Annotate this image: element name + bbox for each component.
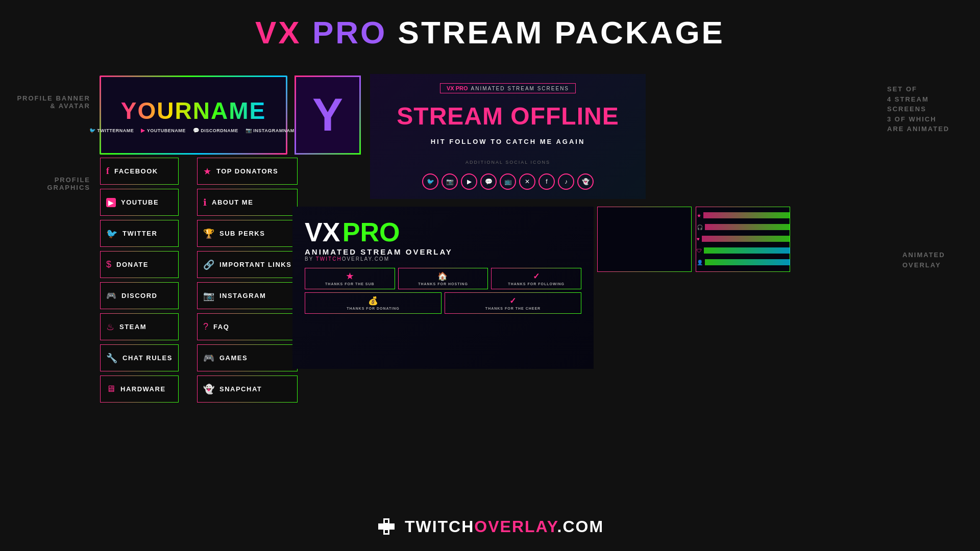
- thanks-following: ✓ THANKS FOR FOLLOWING: [491, 268, 581, 289]
- stat-line-2: [705, 224, 790, 230]
- heart-stat-icon: ♥: [697, 236, 700, 242]
- title-pro: PRO: [312, 15, 387, 50]
- check-icon: ✓: [495, 271, 578, 281]
- panel-twitter[interactable]: 🐦 TWITTER: [100, 219, 179, 247]
- panel-instagram[interactable]: 📷 INSTAGRAM: [197, 282, 298, 310]
- thanks-cheer: ✓ THANKS FOR THE CHEER: [445, 292, 581, 314]
- panel-snapchat[interactable]: 👻 SNAPCHAT: [197, 375, 298, 403]
- panel-label-sub-perks: SUB PERKS: [219, 230, 265, 237]
- banner-name: YOURNAME: [121, 97, 266, 124]
- stream-offline-title: STREAM OFFLINE: [370, 102, 646, 130]
- logo-svg: [376, 516, 397, 537]
- social-icon-snapchat: 👻: [577, 173, 594, 190]
- home-icon: 🏠: [402, 271, 485, 281]
- social-icon-facebook: f: [538, 173, 555, 190]
- banner-twitter: 🐦 TWITTERNAME: [89, 128, 134, 133]
- social-icon-youtube: ▶: [461, 173, 477, 190]
- panel-chat-rules[interactable]: 🔧 CHAT RULES: [100, 344, 179, 372]
- person-stat-icon: 👤: [697, 260, 703, 265]
- panel-label-top-donators: TOP DONATORS: [216, 167, 278, 175]
- thanks-grid-bottom: 💰 THANKS FOR DONATING ✓ THANKS FOR THE C…: [305, 292, 581, 314]
- stat-line-1: [703, 212, 790, 218]
- panel-faq[interactable]: ? FAQ: [197, 313, 298, 341]
- footer: TWITCHOVERLAY.COM: [0, 516, 980, 537]
- panel-about-me[interactable]: ℹ ABOUT ME: [197, 188, 298, 216]
- stat-bar-4: 🛡: [697, 246, 790, 255]
- instagram-icon: 📷: [246, 128, 252, 133]
- top-donators-icon: ★: [203, 166, 211, 177]
- panel-youtube[interactable]: ▶ YOUTUBE: [100, 188, 179, 216]
- social-icon-x: ✕: [519, 173, 535, 190]
- stream-badge: VX PRO ANIMATED STREAM SCREENS: [440, 83, 576, 93]
- star-icon: ★: [308, 271, 391, 281]
- panel-label-twitter: TWITTER: [122, 230, 157, 237]
- thanks-hosting: 🏠 THANKS FOR HOSTING: [398, 268, 488, 289]
- social-icons-label: ADDITIONAL SOCIAL ICONS: [370, 160, 646, 165]
- footer-domain: .COM: [557, 517, 604, 536]
- panels-right: ★ TOP DONATORS ℹ ABOUT ME 🏆 SUB PERKS 🔗 …: [197, 157, 298, 403]
- twitter-icon: 🐦: [106, 228, 117, 239]
- stat-line-4: [704, 247, 790, 254]
- thanks-donating: 💰 THANKS FOR DONATING: [305, 292, 442, 314]
- shield-stat-icon: 🛡: [697, 248, 702, 254]
- banner-discord: 💬 DISCORDNAME: [193, 128, 238, 133]
- panel-label-about-me: ABOUT ME: [212, 198, 253, 206]
- stream-panel: VX PRO ANIMATED STREAM SCREENS STREAM OF…: [370, 74, 646, 199]
- title-stream: STREAM PACKAGE: [398, 15, 725, 50]
- overlay-subtitle: ANIMATED STREAM OVERLAY: [305, 247, 581, 256]
- discord-icon: 🎮: [106, 291, 116, 300]
- overlay-section: VX PRO ANIMATED STREAM OVERLAY BY TWITCH…: [292, 207, 594, 369]
- panel-important-links[interactable]: 🔗 IMPORTANT LINKS: [197, 251, 298, 279]
- title-vx: VX: [255, 15, 302, 50]
- panel-donate[interactable]: $ DONATE: [100, 251, 179, 279]
- star-stat-icon: ★: [697, 213, 701, 218]
- panel-facebook[interactable]: f FACEBOOK: [100, 157, 179, 185]
- thanks-sub: ★ THANKS FOR THE SUB: [305, 268, 395, 289]
- discord-icon: 💬: [193, 128, 200, 133]
- panel-hardware[interactable]: 🖥 HARDWARE: [100, 375, 179, 403]
- stat-line-5: [705, 259, 790, 265]
- panel-label-important-links: IMPORTANT LINKS: [219, 261, 291, 268]
- label-banner: PROFILE BANNER& AVATAR: [11, 94, 90, 110]
- footer-overlay: OVERLAY: [474, 517, 557, 536]
- footer-twitch: TWITCH: [405, 517, 474, 536]
- label-overlay: ANIMATEDOVERLAY: [902, 250, 969, 270]
- stat-bar-5: 👤: [697, 258, 790, 267]
- panel-label-steam: STEAM: [119, 323, 146, 331]
- panel-label-chat-rules: CHAT RULES: [122, 354, 173, 362]
- profile-banner-inner: YOURNAME 🐦 TWITTERNAME ▶ YOUTUBENAME 💬 D…: [101, 77, 286, 153]
- overlay-by: BY TWITCHOVERLAY.COM: [305, 256, 581, 262]
- panel-label-facebook: FACEBOOK: [114, 167, 158, 175]
- youtube-icon: ▶: [106, 198, 116, 207]
- main-title: VX PRO STREAM PACKAGE: [0, 0, 980, 51]
- panel-sub-perks[interactable]: 🏆 SUB PERKS: [197, 219, 298, 247]
- badge-text: ANIMATED STREAM SCREENS: [471, 86, 570, 91]
- panel-steam[interactable]: ♨ STEAM: [100, 313, 179, 341]
- badge-vx: VX PRO: [447, 85, 468, 91]
- overlay-title-vx: VX: [305, 217, 340, 247]
- stat-bars: ★ 🎧 ♥ 🛡 👤: [697, 211, 790, 267]
- panel-games[interactable]: 🎮 GAMES: [197, 344, 298, 372]
- banner-instagram: 📷 INSTAGRAMNAME: [246, 128, 298, 133]
- stat-bar-3: ♥: [697, 234, 790, 243]
- social-icons-bar: 🐦 📷 ▶ 💬 📺 ✕ f ♪ 👻: [370, 173, 646, 190]
- label-graphics: PROFILE GRAPHICS: [11, 176, 90, 191]
- games-icon: 🎮: [203, 353, 214, 364]
- instagram-panel-icon: 📷: [203, 290, 214, 302]
- panel-label-faq: FAQ: [213, 323, 229, 331]
- panel-top-donators[interactable]: ★ TOP DONATORS: [197, 157, 298, 185]
- banner-youtube: ▶ YOUTUBENAME: [141, 128, 186, 133]
- faq-icon: ?: [203, 321, 208, 332]
- sub-perks-icon: 🏆: [203, 228, 214, 239]
- avatar-box: Y: [295, 76, 361, 155]
- snapchat-icon: 👻: [203, 384, 214, 395]
- profile-banner-border: YOURNAME 🐦 TWITTERNAME ▶ YOUTUBENAME 💬 D…: [100, 76, 287, 155]
- hardware-icon: 🖥: [106, 384, 115, 394]
- stat-line-3: [702, 236, 790, 242]
- svg-rect-1: [378, 523, 395, 530]
- avatar-letter: Y: [312, 89, 343, 141]
- panels-left: f FACEBOOK ▶ YOUTUBE 🐦 TWITTER $ DONATE …: [100, 157, 179, 403]
- panel-discord[interactable]: 🎮 DISCORD: [100, 282, 179, 310]
- avatar-inner: Y: [296, 77, 359, 153]
- stat-bar-1: ★: [697, 211, 790, 220]
